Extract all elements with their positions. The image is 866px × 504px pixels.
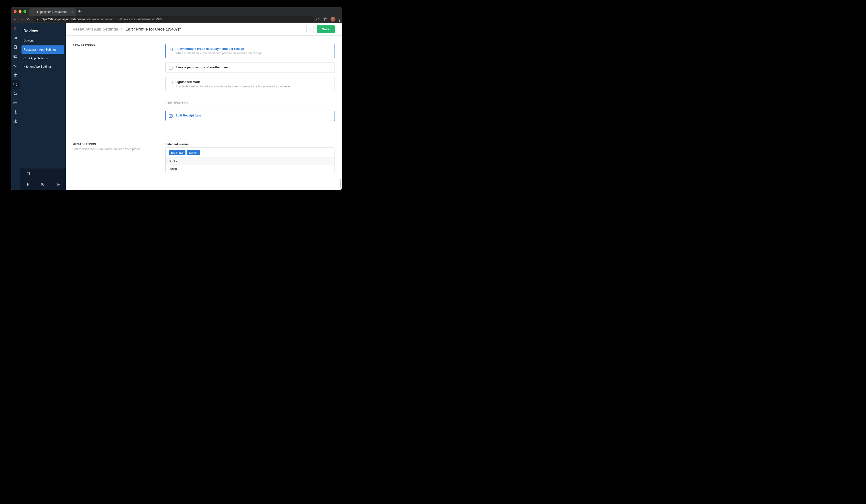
svg-marker-12 (14, 73, 17, 76)
menu-tag-dinner[interactable]: Dinner (187, 150, 200, 155)
selected-menus-panel: Breakfast Dinner Drinks Lunch (165, 148, 335, 173)
beta-option-allow-multiple-cc[interactable]: Allow multiple credit card payments per … (165, 44, 335, 58)
kebab-menu-icon[interactable] (339, 16, 340, 22)
lock-icon (36, 18, 39, 21)
traffic-lights (14, 10, 26, 13)
trash-icon (308, 27, 312, 31)
option-subtitle: When disabled only one credit card payme… (176, 51, 263, 55)
flame-icon (32, 10, 35, 14)
browser-addressbar: ← → ⟳ https://staging-staging-web.posios… (11, 16, 342, 23)
save-button[interactable]: Save (317, 25, 335, 33)
url-path: /management/en-US/#/devices/restaurant-s… (91, 18, 164, 21)
option-subtitle: Enable this setting to reduce animations… (176, 85, 290, 88)
profile-avatar[interactable] (331, 17, 335, 22)
window-maximize-button[interactable] (23, 10, 26, 13)
option-title: Allow multiple credit card payments per … (176, 47, 263, 50)
nav-forward-icon: → (20, 17, 24, 21)
nav-layers-icon[interactable] (11, 70, 20, 80)
svg-point-26 (42, 183, 43, 184)
sidebar-item-cfd-app-settings[interactable]: CFD App Settings (20, 54, 66, 62)
scrollbar-thumb[interactable] (340, 179, 341, 187)
svg-rect-5 (16, 37, 16, 39)
svg-rect-0 (37, 19, 38, 20)
svg-rect-14 (14, 83, 16, 85)
option-title: Elevate permissions of another user (176, 66, 228, 69)
checkbox-checked-icon[interactable] (169, 114, 173, 118)
beta-option-lightspeed-mode[interactable]: Lightspeed Mode Enable this setting to r… (165, 77, 335, 91)
window-close-button[interactable] (14, 10, 16, 13)
menu-settings-heading: MENU SETTINGS (73, 142, 163, 146)
svg-rect-19 (14, 102, 17, 104)
svg-marker-13 (14, 75, 17, 77)
svg-rect-3 (14, 38, 14, 39)
nav-bottom-bar (20, 169, 66, 190)
delete-button[interactable] (307, 26, 314, 33)
sidebar-item-kitchen-app-settings[interactable]: Kitchen App Settings (20, 62, 66, 71)
bell-icon[interactable] (26, 182, 30, 187)
menu-row-lunch[interactable]: Lunch (166, 165, 334, 173)
store-icon[interactable] (26, 172, 30, 176)
browser-tab[interactable]: Lightspeed Restaurant × (29, 8, 76, 16)
tab-title: Lightspeed Restaurant (37, 10, 69, 14)
page-header: Restaurant App Settings Edit "Profile fo… (66, 23, 342, 36)
nav-card-icon[interactable] (11, 98, 20, 107)
nav-reload-icon[interactable]: ⟳ (26, 17, 31, 21)
icon-rail (11, 23, 20, 190)
checkbox-unchecked-icon[interactable] (169, 81, 173, 84)
tab-close-icon[interactable]: × (71, 10, 73, 14)
beta-settings-heading: BETA SETTINGS (73, 44, 163, 47)
menu-tag-breakfast[interactable]: Breakfast (169, 150, 186, 155)
selected-menus-tags: Breakfast Dinner (166, 148, 334, 158)
nav-help-icon[interactable] (11, 117, 20, 126)
nav-back-icon[interactable]: ← (13, 17, 17, 21)
checkbox-unchecked-icon[interactable] (169, 66, 173, 70)
secondary-nav: Devices Devices Restaurant App Settings … (20, 23, 66, 190)
nav-clipboard-icon[interactable] (11, 43, 20, 52)
nav-devices-icon[interactable] (11, 80, 20, 89)
svg-point-21 (15, 112, 16, 113)
svg-rect-7 (15, 45, 16, 46)
main-content: Restaurant App Settings Edit "Profile fo… (66, 23, 342, 190)
breadcrumb-parent[interactable]: Restaurant App Settings (73, 27, 118, 32)
secondary-nav-title: Devices (20, 24, 66, 37)
item-splitting-heading: ITEM SPLITTING (165, 101, 335, 106)
selected-menus-label: Selected menus (165, 142, 335, 146)
browser-titlebar: Lightspeed Restaurant × + (11, 7, 342, 16)
svg-marker-2 (324, 18, 327, 21)
sidebar-item-devices[interactable]: Devices (20, 37, 66, 45)
logout-icon[interactable] (56, 182, 60, 187)
nav-id-card-icon[interactable] (11, 52, 20, 61)
key-icon[interactable] (316, 17, 320, 22)
svg-rect-17 (15, 92, 16, 93)
beta-option-elevate-permissions[interactable]: Elevate permissions of another user (165, 62, 335, 73)
star-icon[interactable] (323, 17, 327, 22)
url-field[interactable]: https://staging-staging-web.posios.com/m… (33, 16, 313, 22)
window-minimize-button[interactable] (19, 10, 22, 13)
breadcrumb-current: Edit "Profile for Cece (19487)" (125, 27, 181, 32)
nav-analytics-icon[interactable] (11, 33, 20, 43)
sidebar-item-restaurant-app-settings[interactable]: Restaurant App Settings (22, 45, 64, 54)
chevron-right-icon (121, 27, 123, 31)
checkbox-checked-icon[interactable] (169, 48, 173, 51)
svg-rect-4 (15, 37, 16, 39)
menu-settings-description: Select which menus are visible on this d… (73, 148, 163, 151)
menu-row-drinks[interactable]: Drinks (166, 158, 334, 165)
nav-gear-icon[interactable] (11, 107, 20, 117)
svg-point-9 (14, 56, 15, 57)
split-receipt-item-option[interactable]: Split Receipt Item (165, 111, 335, 121)
option-title: Lightspeed Mode (176, 80, 290, 84)
nav-printer-icon[interactable] (11, 89, 20, 98)
url-host: https://staging-staging-web.posios.com (41, 18, 91, 21)
option-title: Split Receipt Item (176, 114, 201, 117)
new-tab-button[interactable]: + (78, 9, 81, 14)
brand-logo-icon[interactable] (11, 24, 20, 33)
nav-megaphone-icon[interactable] (11, 61, 20, 70)
svg-rect-24 (27, 173, 29, 175)
svg-point-1 (317, 19, 318, 20)
svg-rect-15 (16, 84, 17, 86)
user-circle-icon[interactable] (41, 182, 45, 187)
